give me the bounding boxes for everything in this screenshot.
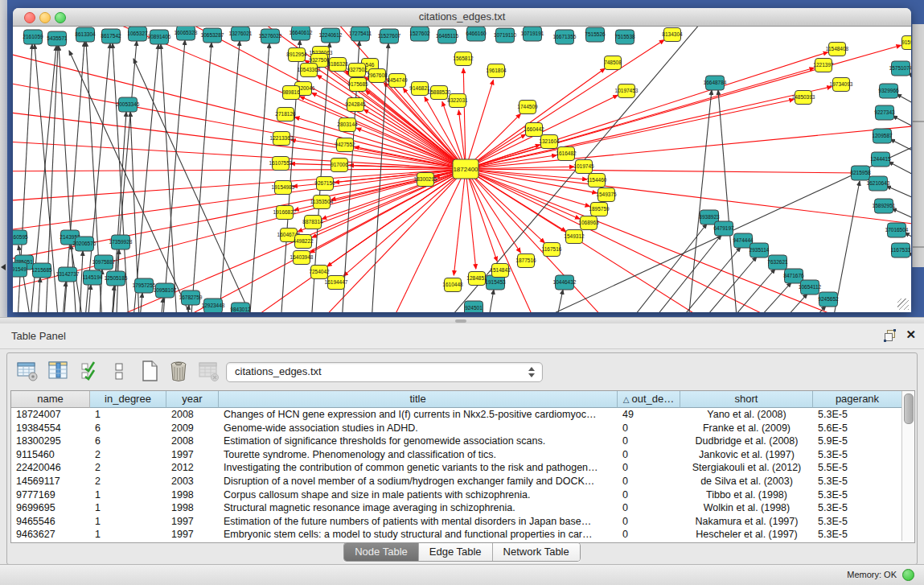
network-node[interactable]: 1244415 xyxy=(870,152,891,167)
panel-collapse-arrow-icon[interactable] xyxy=(1,264,6,270)
column-header-title[interactable]: title xyxy=(219,391,618,408)
network-node[interactable]: 7254042 xyxy=(309,266,330,279)
network-node[interactable]: 12923448 xyxy=(202,299,225,312)
column-header-name[interactable]: name xyxy=(11,391,90,408)
network-node[interactable]: 1284851 xyxy=(466,272,487,286)
network-node[interactable]: 17359928 xyxy=(109,235,133,249)
network-node[interactable]: 20053346 xyxy=(117,97,140,112)
scrollbar-thumb[interactable] xyxy=(904,393,914,424)
network-node[interactable]: 8878314 xyxy=(302,216,323,229)
row-height-icon[interactable] xyxy=(107,359,131,383)
network-node[interactable]: 9327502 xyxy=(347,64,368,77)
network-node[interactable]: 13276021 xyxy=(229,27,253,41)
network-node[interactable]: 8454749 xyxy=(387,74,408,88)
column-header-year[interactable]: year xyxy=(166,391,219,408)
network-node[interactable]: 748508 xyxy=(604,56,622,70)
network-canvas[interactable]: 2161059543557186133048617542106532720891… xyxy=(13,27,911,312)
network-node[interactable]: 11548408 xyxy=(826,43,849,56)
network-node[interactable]: 9175685 xyxy=(347,78,368,92)
network-node[interactable]: 6479197 xyxy=(713,221,734,236)
network-node[interactable]: 19734093 xyxy=(830,78,853,92)
network-node[interactable]: 15892951 xyxy=(873,199,896,213)
network-node[interactable]: 1514843 xyxy=(490,264,511,278)
network-node[interactable]: 1527602 xyxy=(409,27,430,41)
network-node[interactable]: 1019745 xyxy=(573,160,594,174)
network-node[interactable]: 11527607 xyxy=(378,29,401,43)
network-node[interactable]: 2803144 xyxy=(337,118,358,132)
network-node[interactable]: 16403948 xyxy=(290,251,314,265)
apply-checks-icon[interactable] xyxy=(78,359,102,383)
table-row[interactable]: 946554611997Estimation of the future num… xyxy=(11,515,902,529)
network-node[interactable]: 2935114 xyxy=(749,243,770,257)
network-node[interactable]: 16065328 xyxy=(175,27,198,40)
network-node[interactable]: 10719191 xyxy=(521,27,544,41)
table-row[interactable]: 1830029562008Estimation of significance … xyxy=(11,435,902,448)
tab-network-table[interactable]: Network Table xyxy=(493,543,580,561)
network-node[interactable]: 1068963 xyxy=(578,216,599,230)
network-node[interactable]: 1209587 xyxy=(872,129,893,143)
network-node[interactable]: 1145194 xyxy=(83,270,103,285)
tab-node-table[interactable]: Node Table xyxy=(344,543,419,561)
network-node[interactable]: 2160595 xyxy=(13,230,28,245)
network-node[interactable]: 11353504 xyxy=(310,196,334,209)
network-node[interactable]: 1221397 xyxy=(813,59,834,72)
network-node[interactable]: 7632621 xyxy=(767,255,788,270)
network-node[interactable]: 2967608 xyxy=(367,69,388,83)
network-node[interactable]: 14850393 xyxy=(792,91,815,105)
network-window-titlebar[interactable]: citations_edges.txt xyxy=(13,8,911,27)
table-row[interactable]: 1872400712008Changes of HCN gene express… xyxy=(11,408,902,422)
network-node[interactable]: 1877516 xyxy=(515,254,536,268)
network-node[interactable]: 5435571 xyxy=(47,31,68,46)
network-node[interactable]: 1167516 xyxy=(542,243,562,257)
network-node[interactable]: 16194447 xyxy=(325,276,348,290)
network-node[interactable]: 20891406 xyxy=(148,30,171,44)
network-node[interactable]: 15751074 xyxy=(889,61,911,76)
tab-edge-table[interactable]: Edge Table xyxy=(419,543,493,561)
network-node[interactable]: 2718126 xyxy=(275,108,296,122)
memory-status-indicator[interactable] xyxy=(902,569,914,581)
network-node[interactable]: 18300295 xyxy=(414,173,437,187)
network-node[interactable]: 8186328 xyxy=(327,58,348,72)
table-row[interactable]: 977716911998Corpus callosum shape and si… xyxy=(11,488,902,502)
network-node[interactable]: 8912954 xyxy=(286,48,307,62)
network-node[interactable]: 989816 xyxy=(282,86,300,100)
table-options-icon[interactable] xyxy=(15,359,39,383)
network-node[interactable]: 17016504 xyxy=(885,223,909,237)
table-row[interactable]: 946362711997Embryonic stem cells: a mode… xyxy=(11,528,902,542)
network-node[interactable]: 1215685 xyxy=(31,263,52,278)
float-panel-icon[interactable] xyxy=(885,330,895,340)
network-node[interactable]: 15276022 xyxy=(259,29,282,43)
network-node[interactable]: 9227343 xyxy=(874,105,895,120)
network-node[interactable]: 19154985 xyxy=(272,181,295,195)
table-row[interactable]: 969969511998Structural magnetic resonanc… xyxy=(11,501,902,515)
network-node[interactable]: 1565812 xyxy=(453,52,474,66)
network-node[interactable]: 1549312 xyxy=(564,230,585,244)
network-node[interactable]: 1321604 xyxy=(539,135,560,149)
network-node[interactable]: 2161059 xyxy=(23,30,43,44)
network-node[interactable]: 10543362 xyxy=(298,64,321,77)
network-node[interactable]: 924501 xyxy=(465,301,483,312)
network-node[interactable]: 10975887 xyxy=(92,255,116,270)
table-row[interactable]: 911546021997Tourette syndrome. Phenomeno… xyxy=(11,448,902,462)
network-node[interactable]: 12505185 xyxy=(105,271,128,286)
network-node[interactable]: 10446432 xyxy=(553,275,577,290)
network-node[interactable]: 7515526 xyxy=(585,27,606,42)
network-node[interactable]: 9329966 xyxy=(878,84,899,98)
network-node[interactable]: 16671355 xyxy=(553,30,577,44)
network-node[interactable]: 8215958 xyxy=(850,166,871,180)
network-node[interactable]: 1616482 xyxy=(556,147,577,161)
network-node[interactable]: 1744509 xyxy=(517,101,538,114)
network-node[interactable]: 1065327 xyxy=(127,27,148,41)
network-node[interactable]: 9242845 xyxy=(345,98,366,112)
table-row[interactable]: 1938455462009Genome-wide association stu… xyxy=(11,422,902,435)
network-node[interactable]: 9427552 xyxy=(335,138,355,152)
column-header-short[interactable]: short xyxy=(680,391,813,408)
network-node[interactable]: 16782759 xyxy=(179,290,203,305)
network-node[interactable]: 6466160 xyxy=(466,27,487,41)
vertical-scrollbar[interactable] xyxy=(901,391,914,541)
network-node[interactable]: 1154460 xyxy=(587,174,607,187)
network-node[interactable]: 8613304 xyxy=(75,27,96,42)
network-node[interactable]: 1660442 xyxy=(524,123,544,137)
network-node[interactable]: 1549375 xyxy=(596,188,617,202)
network-node[interactable]: 10958107 xyxy=(154,283,177,298)
